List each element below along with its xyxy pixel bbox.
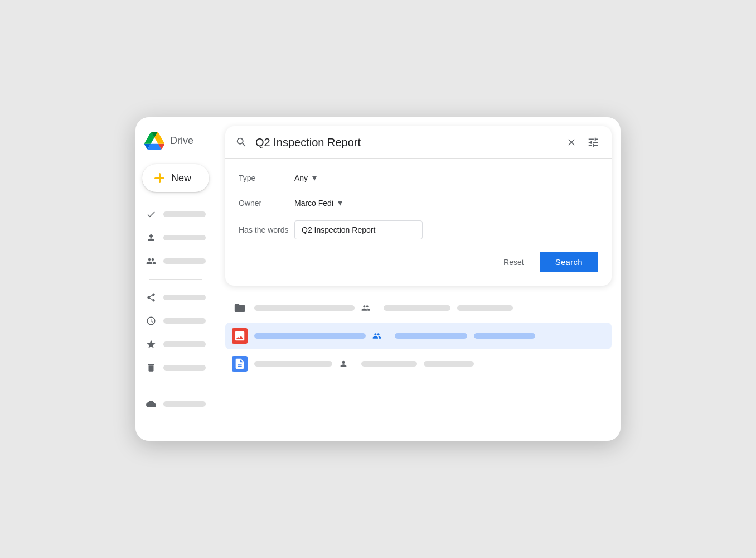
file-size xyxy=(457,305,513,311)
check-icon xyxy=(146,209,157,220)
sidebar-item-label xyxy=(163,258,206,264)
sidebar-divider-2 xyxy=(149,386,202,386)
reset-button[interactable]: Reset xyxy=(495,252,533,272)
people-icon xyxy=(146,256,157,267)
type-filter-row: Type Any ▾ xyxy=(239,170,598,185)
owner-label: Owner xyxy=(239,199,294,208)
sidebar-item-recent[interactable] xyxy=(140,310,211,332)
type-chevron-icon: ▾ xyxy=(312,172,317,183)
file-list xyxy=(216,295,621,441)
sidebar-nav xyxy=(135,203,216,415)
drive-logo xyxy=(144,131,164,151)
table-row[interactable] xyxy=(225,323,612,349)
sidebar-item-label xyxy=(163,235,206,240)
words-filter-row: Has the words xyxy=(239,220,598,239)
file-size xyxy=(474,333,535,339)
sidebar-header: Drive xyxy=(135,126,216,162)
file-name xyxy=(254,333,366,339)
sidebar-divider xyxy=(149,279,202,280)
owner-chevron-icon: ▾ xyxy=(338,198,342,208)
table-row[interactable] xyxy=(225,350,612,377)
clock-icon xyxy=(146,315,157,326)
words-input[interactable] xyxy=(294,220,423,239)
type-select[interactable]: Any ▾ xyxy=(294,170,317,185)
table-row[interactable] xyxy=(225,295,612,321)
image-icon xyxy=(232,328,248,344)
shared-icon xyxy=(146,292,157,303)
words-label: Has the words xyxy=(239,225,294,234)
plus-icon xyxy=(153,172,166,184)
new-button[interactable]: New xyxy=(142,164,209,192)
new-button-label: New xyxy=(171,172,191,184)
type-value: Any xyxy=(294,174,308,182)
sidebar-item-contacts[interactable] xyxy=(140,250,211,272)
sidebar-item-shared[interactable] xyxy=(140,227,211,249)
file-size xyxy=(424,361,474,367)
folder-icon xyxy=(232,300,248,316)
sidebar-item-starred[interactable] xyxy=(140,333,211,355)
sidebar-item-label xyxy=(163,401,206,407)
owner-icon xyxy=(372,331,388,340)
owner-filter-row: Owner Marco Fedi ▾ xyxy=(239,195,598,210)
sidebar-item-label xyxy=(163,341,206,347)
main-content: Q2 Inspection Report xyxy=(216,117,621,441)
sidebar-item-shared2[interactable] xyxy=(140,286,211,309)
sidebar-item-trash[interactable] xyxy=(140,357,211,379)
search-panel: Q2 Inspection Report xyxy=(225,126,612,286)
owner-icon xyxy=(339,359,355,368)
app-title: Drive xyxy=(170,135,193,147)
person-icon xyxy=(146,232,157,243)
sidebar-item-label xyxy=(163,318,206,324)
owner-icon xyxy=(361,304,377,312)
search-button[interactable]: Search xyxy=(540,252,598,272)
sidebar: Drive New xyxy=(135,117,216,441)
trash-icon xyxy=(146,362,157,373)
search-bar-actions xyxy=(564,134,602,151)
file-date xyxy=(361,361,417,367)
sidebar-item-storage[interactable] xyxy=(140,393,211,415)
cloud-icon xyxy=(146,398,157,410)
window-container: Drive New xyxy=(135,117,621,441)
owner-select[interactable]: Marco Fedi ▾ xyxy=(294,195,342,210)
file-date xyxy=(384,305,450,311)
file-name xyxy=(254,361,332,367)
search-query: Q2 Inspection Report xyxy=(255,136,556,149)
sidebar-item-label xyxy=(163,211,206,217)
file-date xyxy=(395,333,467,339)
sidebar-item-label xyxy=(163,295,206,300)
search-icon xyxy=(235,136,248,148)
close-button[interactable] xyxy=(564,134,579,150)
type-label: Type xyxy=(239,174,294,182)
search-actions: Reset Search xyxy=(239,252,598,272)
star-icon xyxy=(146,339,157,350)
search-filters: Type Any ▾ Owner Marco Fedi ▾ Ha xyxy=(225,159,612,286)
doc-icon xyxy=(232,356,248,372)
sidebar-item-label xyxy=(163,365,206,371)
file-name xyxy=(254,305,355,311)
sidebar-item-myfiles[interactable] xyxy=(140,203,211,225)
owner-value: Marco Fedi xyxy=(294,199,333,208)
filter-button[interactable] xyxy=(585,134,602,151)
search-bar-row: Q2 Inspection Report xyxy=(225,126,612,159)
